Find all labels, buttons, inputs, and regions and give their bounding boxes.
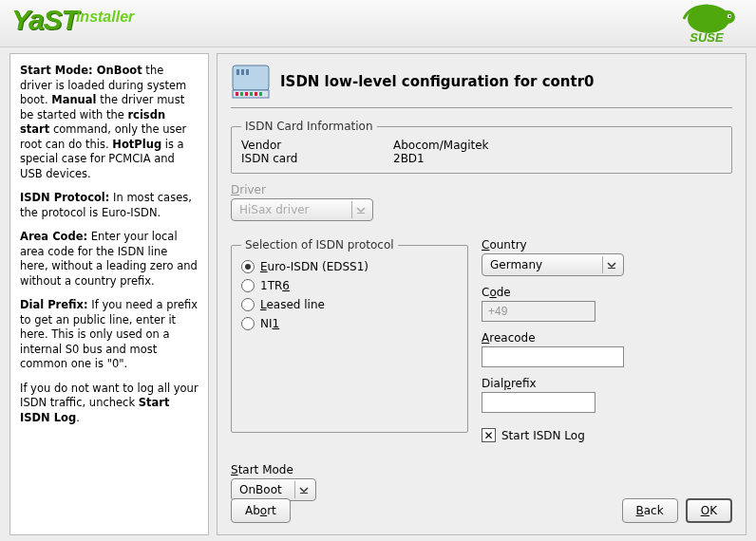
content-panel: ISDN low-level configuration for contr0 … (217, 53, 747, 535)
main: Start Mode: OnBoot the driver is loaded … (0, 47, 756, 541)
radio-1tr6[interactable]: 1TR6 (241, 276, 458, 295)
header: YaSTinstaller SUSE (0, 0, 756, 47)
svg-rect-15 (259, 92, 262, 96)
driver-label: Driver (231, 183, 732, 196)
code-input (482, 301, 595, 322)
card-info-legend: ISDN Card Information (241, 120, 377, 133)
protocol-fieldset: Selection of ISDN protocol Euro-ISDN (ED… (231, 238, 468, 433)
svg-rect-6 (236, 69, 239, 75)
yast-logo: YaSTinstaller (11, 4, 136, 36)
svg-rect-16 (357, 213, 365, 214)
svg-rect-18 (300, 493, 308, 494)
card-value: 2BD1 (393, 152, 425, 165)
svg-rect-5 (233, 65, 269, 90)
help-panel: Start Mode: OnBoot the driver is loaded … (9, 53, 209, 535)
dialprefix-label: Dialprefix (482, 377, 595, 390)
ok-button[interactable]: OK (686, 498, 732, 523)
startmode-label: Start Mode (231, 463, 732, 476)
svg-rect-14 (255, 92, 257, 96)
isdn-card-icon (231, 64, 271, 100)
svg-point-3 (729, 15, 731, 17)
back-button[interactable]: Back (622, 498, 678, 523)
driver-dropdown: HiSax driver (231, 198, 373, 221)
svg-rect-12 (245, 92, 248, 96)
areacode-label: Areacode (482, 331, 624, 345)
svg-rect-10 (236, 92, 238, 96)
country-dropdown[interactable]: Germany (482, 253, 624, 276)
suse-logo: SUSE (669, 0, 745, 46)
page-title: ISDN low-level configuration for contr0 (280, 73, 595, 90)
footer: Abort Back OK (231, 498, 732, 523)
checkbox-icon: ✕ (482, 428, 496, 442)
svg-point-1 (720, 10, 735, 24)
areacode-input[interactable] (482, 346, 624, 367)
code-label: Code (482, 286, 595, 299)
abort-button[interactable]: Abort (231, 498, 291, 523)
start-isdn-log-checkbox[interactable]: ✕ Start ISDN Log (482, 428, 732, 442)
svg-rect-7 (241, 69, 244, 75)
svg-rect-17 (608, 268, 615, 269)
svg-rect-8 (246, 69, 249, 75)
chevron-down-icon (351, 201, 369, 218)
card-info-fieldset: ISDN Card Information Vendor Abocom/Magi… (231, 120, 732, 174)
radio-leased-line[interactable]: Leased line (241, 295, 458, 314)
svg-rect-13 (250, 92, 253, 96)
page-title-row: ISDN low-level configuration for contr0 (231, 64, 732, 108)
radio-icon (241, 298, 255, 311)
vendor-value: Abocom/Magitek (393, 139, 489, 152)
startmode-section: Start Mode OnBoot (231, 463, 732, 501)
radio-icon (241, 317, 255, 330)
radio-icon (241, 260, 255, 273)
vendor-label: Vendor (241, 139, 393, 152)
dialprefix-input[interactable] (482, 392, 595, 413)
radio-icon (241, 279, 255, 292)
radio-ni1[interactable]: NI1 (241, 314, 458, 333)
country-label: Country (482, 238, 624, 252)
card-label: ISDN card (241, 152, 393, 165)
svg-rect-11 (240, 92, 243, 96)
radio-euro-isdn[interactable]: Euro-ISDN (EDSS1) (241, 257, 458, 276)
chevron-down-icon (602, 256, 619, 273)
chevron-down-icon (294, 481, 312, 498)
svg-text:SUSE: SUSE (690, 30, 724, 45)
right-column: Country Germany Code Areacode (482, 238, 732, 442)
protocol-legend: Selection of ISDN protocol (241, 238, 398, 252)
